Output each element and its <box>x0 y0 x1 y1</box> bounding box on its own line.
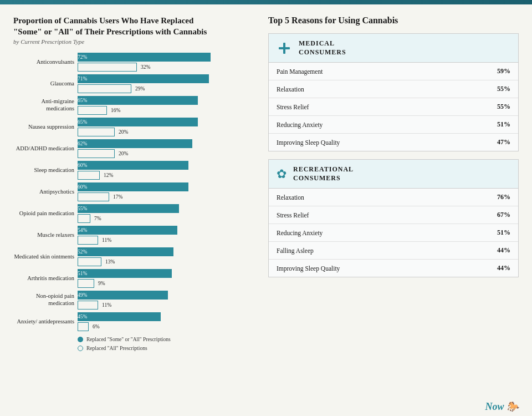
bottom-right: Now 🐎 <box>0 398 532 416</box>
empty-pct: 13% <box>105 259 115 265</box>
filled-bar-outer: 54% <box>78 226 252 235</box>
empty-bar <box>78 63 137 72</box>
recreational-row: Relaxation76% <box>269 189 518 206</box>
empty-bar-outer: 17% <box>78 192 252 201</box>
bar-label: Antipsychotics <box>13 189 74 196</box>
recreational-row-label: Reducing Anxiety <box>277 230 323 236</box>
bars-container: 65%16% <box>78 96 252 115</box>
empty-bar-outer: 11% <box>78 236 252 245</box>
filled-pct: 54% <box>78 227 89 233</box>
empty-bar-outer: 7% <box>78 214 252 223</box>
bars-container: 45%6% <box>78 312 252 331</box>
bars-container: 52%13% <box>78 247 252 266</box>
filled-bar: 45% <box>78 312 161 321</box>
filled-bar: 62% <box>78 139 192 148</box>
filled-bar-outer: 65% <box>78 96 252 105</box>
empty-bar-outer: 20% <box>78 128 252 136</box>
empty-bar <box>78 279 94 288</box>
bar-label: Non-opioid pain medication <box>13 293 74 307</box>
filled-dot-icon <box>78 337 83 342</box>
medical-row: Improving Sleep Quality47% <box>269 134 518 151</box>
bar-row: Arthritis medication51%9% <box>13 269 252 288</box>
bar-row: Muscle relaxers54%11% <box>13 226 252 245</box>
bar-row: Anti-migraine medications65%16% <box>13 96 252 115</box>
filled-bar-outer: 45% <box>78 312 252 321</box>
filled-pct: 65% <box>78 119 89 125</box>
bars-container: 60%17% <box>78 182 252 201</box>
bars-container: 54%11% <box>78 226 252 245</box>
filled-bar: 54% <box>78 226 177 235</box>
recreational-row-pct: 76% <box>497 193 510 201</box>
left-panel: Proportion of Cannabis Users Who Have Re… <box>13 16 252 392</box>
empty-bar <box>78 171 100 180</box>
empty-bar <box>78 322 89 331</box>
bar-label: Glaucoma <box>13 80 74 88</box>
empty-bar-outer: 9% <box>78 279 252 288</box>
filled-bar-outer: 55% <box>78 204 252 213</box>
filled-bar-outer: 49% <box>78 291 252 300</box>
medical-row-label: Pain Management <box>277 68 323 75</box>
bar-label: Muscle relaxers <box>13 232 74 239</box>
recreational-row-pct: 44% <box>497 264 510 272</box>
empty-pct: 29% <box>135 86 145 92</box>
empty-bar-outer: 12% <box>78 171 252 180</box>
empty-pct: 16% <box>111 108 120 113</box>
medical-row: Stress Relief55% <box>269 98 518 116</box>
medical-row-label: Reducing Anxiety <box>277 121 323 128</box>
filled-bar: 65% <box>78 118 198 126</box>
filled-pct: 52% <box>78 249 89 255</box>
medical-row-label: Improving Sleep Quality <box>277 139 340 146</box>
filled-pct: 65% <box>78 98 89 103</box>
empty-pct: 9% <box>98 281 105 286</box>
bar-row: Anticonvulsants72%32% <box>13 53 252 72</box>
bars-container: 72%32% <box>78 53 252 72</box>
medical-rows: Pain Management59%Relaxation55%Stress Re… <box>269 63 518 151</box>
filled-bar: 72% <box>78 53 211 62</box>
empty-bar <box>78 106 107 115</box>
medical-cross-icon <box>277 40 292 56</box>
bars-container: 49%11% <box>78 291 252 310</box>
medical-box: MEDICALCONSUMERS Pain Management59%Relax… <box>268 33 519 151</box>
recreational-row: Improving Sleep Quality44% <box>269 260 518 277</box>
recreational-row: Stress Relief67% <box>269 206 518 224</box>
empty-bar-outer: 13% <box>78 257 252 266</box>
recreational-row-pct: 51% <box>497 229 510 237</box>
empty-bar-outer: 20% <box>78 149 252 158</box>
empty-bar <box>78 128 115 136</box>
empty-bar-outer: 11% <box>78 301 252 310</box>
filled-bar-outer: 71% <box>78 74 252 83</box>
filled-bar-outer: 65% <box>78 118 252 126</box>
legend: Replaced "Some" or "All" Prescriptions R… <box>78 337 252 351</box>
empty-pct: 11% <box>102 302 111 308</box>
medical-row-label: Relaxation <box>277 86 304 93</box>
filled-bar: 65% <box>78 96 198 105</box>
chart-subtitle: by Current Prescription Type <box>13 38 252 45</box>
bars-container: 71%29% <box>78 74 252 93</box>
filled-pct: 60% <box>78 163 89 168</box>
empty-bar <box>78 149 115 158</box>
recreational-row-pct: 44% <box>497 246 510 255</box>
filled-pct: 71% <box>78 76 89 82</box>
empty-bar-outer: 16% <box>78 106 252 115</box>
recreational-title: RECREATIONALCONSUMERS <box>293 165 354 182</box>
medical-row: Reducing Anxiety51% <box>269 116 518 134</box>
filled-bar-outer: 62% <box>78 139 252 148</box>
bar-row: ADD/ADHD medication62%20% <box>13 139 252 158</box>
filled-bar-outer: 52% <box>78 247 252 256</box>
recreational-row-label: Falling Asleep <box>277 247 314 254</box>
bars-container: 60%12% <box>78 161 252 180</box>
empty-pct: 11% <box>102 237 111 243</box>
filled-pct: 60% <box>78 184 89 190</box>
legend-empty: Replaced "All" Prescriptions <box>78 346 252 351</box>
bar-row: Antipsychotics60%17% <box>13 182 252 201</box>
bar-row: Glaucoma71%29% <box>13 74 252 93</box>
empty-pct: 17% <box>113 194 122 200</box>
filled-bar: 51% <box>78 269 172 278</box>
filled-bar-outer: 60% <box>78 182 252 191</box>
empty-bar <box>78 214 90 223</box>
bar-label: Arthritis medication <box>13 275 74 282</box>
filled-bar: 60% <box>78 182 188 191</box>
bar-row: Anxiety/ antidepressants45%6% <box>13 312 252 331</box>
filled-bar: 55% <box>78 204 179 213</box>
empty-pct: 20% <box>119 151 128 156</box>
